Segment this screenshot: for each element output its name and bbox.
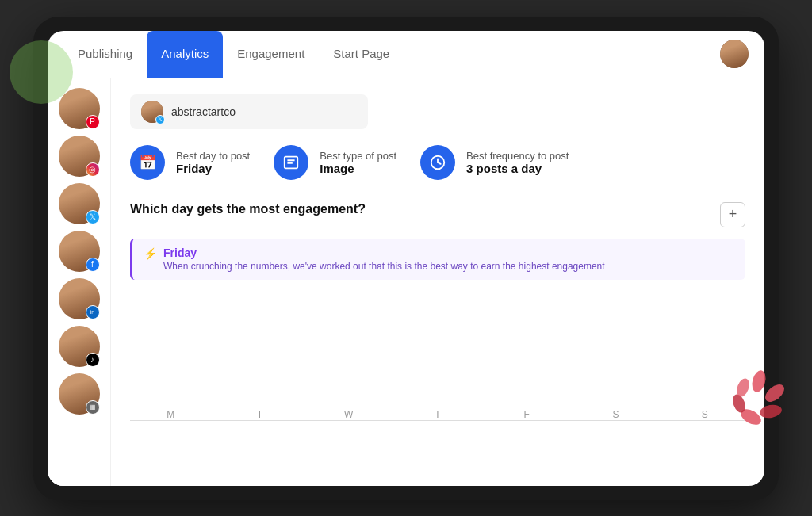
pinterest-badge: P [86,115,100,129]
sidebar-item-twitter[interactable]: 𝕏 [59,183,100,224]
account-platform-badge: 𝕏 [155,115,165,124]
account-selector[interactable]: 𝕏 abstractartco [130,94,368,129]
bar-day-label: T [257,409,262,420]
bar-day-label: M [167,409,174,420]
instagram-badge: ◎ [86,162,100,177]
device-frame: Publishing Analytics Engagement Start Pa… [33,17,779,500]
sidebar-item-facebook[interactable]: f [59,231,100,272]
stat-best-day-label: Best day to post [176,150,250,162]
sidebar-item-pinterest[interactable]: P [59,88,100,129]
bar-col-T: T [397,404,478,420]
sidebar-item-linkedin[interactable]: in [59,278,100,319]
main-area: P ◎ 𝕏 f [48,78,764,486]
add-chart-button[interactable]: + [720,202,745,227]
sidebar-item-instagram[interactable]: ◎ [59,136,100,177]
insight-description: When crunching the numbers, we've worked… [163,261,605,272]
bar-col-F: F [486,404,567,420]
insight-day: Friday [163,247,605,259]
stats-row: 📅 Best day to post Friday [130,145,745,180]
account-avatar: 𝕏 [141,101,163,123]
bar-day-label: S [613,409,619,420]
bar-day-label: T [435,409,440,420]
chart-title: Which day gets the most engagement? [130,202,366,216]
bar-chart-wrap: MTWTFSS [130,294,745,421]
chart-header: Which day gets the most engagement? + [130,202,745,227]
svg-point-2 [759,403,783,419]
bar-day-label: W [344,409,353,420]
stat-best-type-icon [274,145,308,180]
svg-point-0 [750,369,768,393]
account-name: abstractartco [171,105,236,118]
stat-best-frequency-label: Best frequency to post [466,150,569,162]
sidebar: P ◎ 𝕏 f [48,78,111,486]
bar-chart: MTWTFSS [130,294,745,421]
tab-publishing[interactable]: Publishing [63,31,147,78]
calendar-badge: ▦ [86,400,100,415]
tab-engagement[interactable]: Engagement [223,31,319,78]
lightning-icon: ⚡ [144,247,157,260]
sidebar-item-calendar[interactable]: ▦ [59,373,100,415]
tab-start-page[interactable]: Start Page [319,31,404,78]
bar-day-label: F [524,409,530,420]
svg-point-1 [762,380,787,404]
bar-col-M: M [130,404,211,420]
bar-col-S: S [665,404,745,420]
twitter-badge: 𝕏 [86,210,100,224]
bar-day-label: S [702,409,708,420]
screen: Publishing Analytics Engagement Start Pa… [48,31,764,486]
stat-best-frequency: Best frequency to post 3 posts a day [420,145,569,180]
stat-best-day-icon: 📅 [130,145,165,180]
sidebar-item-tiktok[interactable]: ♪ [59,326,100,367]
tab-analytics[interactable]: Analytics [147,31,223,78]
bar-col-T: T [219,404,300,420]
stat-best-type: Best type of post Image [274,145,396,180]
user-avatar-top[interactable] [720,40,749,68]
linkedin-badge: in [86,305,100,319]
stat-best-day: 📅 Best day to post Friday [130,145,250,180]
bar-col-W: W [308,404,389,420]
stat-best-frequency-value: 3 posts a day [466,162,569,175]
stat-best-frequency-icon [420,145,455,180]
stat-best-type-value: Image [320,162,396,175]
chart-section: Which day gets the most engagement? + ⚡ … [130,202,745,421]
insight-box: ⚡ Friday When crunching the numbers, we'… [130,239,745,280]
top-nav: Publishing Analytics Engagement Start Pa… [48,31,764,78]
bar-col-S: S [575,404,656,420]
stat-best-day-value: Friday [176,162,250,175]
stat-best-type-label: Best type of post [320,150,396,162]
content-area: 𝕏 abstractartco 📅 Best day to post Frida… [111,78,764,486]
facebook-badge: f [86,258,100,272]
tiktok-badge: ♪ [86,353,100,367]
svg-line-11 [438,162,441,164]
